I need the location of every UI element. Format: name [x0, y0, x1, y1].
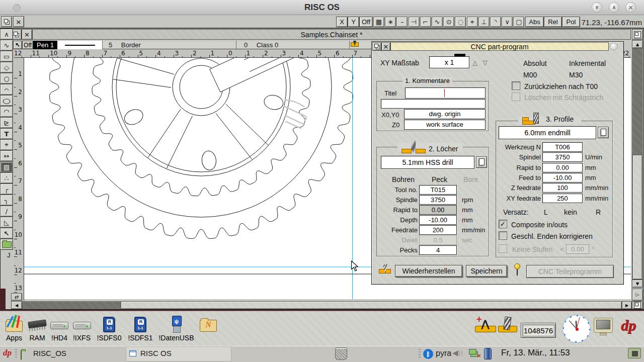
draw-close-button[interactable]: ×	[22, 29, 32, 40]
taskbar-clock[interactable]: Fr, 13. Mär., 11:53	[501, 348, 570, 358]
volume-icon[interactable]: ◀))	[452, 348, 463, 357]
drill-tool-menu-button[interactable]	[476, 156, 487, 168]
class-field[interactable]: 0 Class 0	[236, 41, 350, 49]
scroll-left-button[interactable]: ◀	[11, 301, 22, 309]
checkbox-t00[interactable]	[512, 81, 520, 90]
taskbar-dp-icon[interactable]: dp	[3, 348, 12, 358]
line-endpoint-icon[interactable]: ⊣	[409, 17, 420, 27]
netsurf-folder-icon[interactable]: N	[197, 314, 219, 344]
restore-button[interactable]: ∧	[609, 2, 619, 13]
abs-mode-button[interactable]: Abs	[525, 17, 544, 27]
corner-tool-2[interactable]: ╮	[0, 195, 13, 206]
save-button[interactable]: Speichern	[466, 265, 507, 277]
task-item-filer[interactable]: RISC_OS	[18, 346, 124, 361]
endmill-tool-input[interactable]: 6.0mm endmill	[499, 126, 596, 139]
pol-mode-button[interactable]: Pol	[562, 17, 580, 27]
z0-input[interactable]: work surface	[404, 120, 486, 130]
harddisc-ixfs-icon[interactable]: !IXFS	[70, 314, 93, 344]
draw-titlebar[interactable]: Samples.Chainset *	[32, 29, 631, 40]
tool-no-input[interactable]: T015	[419, 185, 457, 195]
adjust-button[interactable]: ⇄	[11, 293, 22, 301]
line-corner-icon[interactable]: ⌐	[420, 17, 431, 27]
usb-datenusb-icon[interactable]: ψ!DatenUSB	[156, 314, 197, 344]
pointer-tool[interactable]: ↖	[0, 228, 13, 239]
h-scrollbar-thumb[interactable]	[121, 301, 622, 309]
drill-tool-input[interactable]: 5.1mm HSS drill	[381, 156, 474, 169]
rapid-to-input[interactable]: 0.00	[542, 163, 583, 172]
pen-indicator[interactable]: Pen 1	[33, 41, 57, 49]
send-to-back-button[interactable]	[1, 16, 12, 27]
rel-mode-button[interactable]: Rel	[544, 17, 562, 27]
apps-icon[interactable]: Apps	[3, 314, 25, 344]
dimension-tool[interactable]: ↔	[0, 150, 13, 161]
arc-icon[interactable]: ◝	[490, 17, 501, 27]
snap-icon[interactable]: ∗	[385, 17, 396, 27]
ram-disc-icon[interactable]: RAM	[26, 314, 48, 344]
polygon-tool[interactable]: ◇	[0, 62, 13, 73]
line-style-sample[interactable]	[57, 41, 103, 49]
diagonal-tool[interactable]: ∕	[0, 206, 13, 217]
cnc-close-button[interactable]: ×	[381, 42, 390, 51]
dp-logo-icon[interactable]: dp	[621, 317, 636, 334]
v-adjust-button[interactable]: ▷	[632, 289, 643, 301]
scale-up-button[interactable]: ▵	[472, 56, 477, 68]
arc-tool[interactable]: ⌒	[0, 84, 13, 95]
origin-input[interactable]: dwg. origin	[404, 109, 486, 119]
sdcard-sdfs1-icon[interactable]: R1-1!SDFS1	[127, 314, 154, 344]
spindel-input[interactable]: 3750	[542, 152, 583, 162]
sdcard-sdfs0-icon[interactable]: R1-1!SDFS0	[96, 314, 123, 344]
rectangle-tool[interactable]: ▭	[0, 51, 13, 62]
comment-input[interactable]	[381, 99, 486, 109]
titel-input[interactable]	[405, 87, 486, 99]
taskbar-folder-icon[interactable]	[628, 348, 641, 358]
closed-curve-tool[interactable]: ◠	[0, 106, 13, 117]
trash-icon[interactable]	[335, 347, 347, 360]
task-item-riscos[interactable]: RISC OS	[126, 346, 231, 361]
cnc-iconise-button[interactable]	[610, 43, 618, 50]
corner-tool-1[interactable]: ╭	[0, 184, 13, 195]
spray-tool[interactable]: ∴	[0, 172, 13, 184]
pen-off-button[interactable]: Off	[22, 41, 33, 49]
curve-icon[interactable]: ∿	[432, 17, 443, 27]
checkbox-composite[interactable]: ✓	[499, 220, 507, 228]
perpendicular-icon[interactable]: ⊥	[478, 17, 490, 27]
minimize-button[interactable]: ∨	[592, 2, 602, 13]
text-tool[interactable]: T	[0, 128, 13, 139]
line-icon[interactable]: –	[396, 17, 408, 27]
bluetooth-icon[interactable]: ᛒ	[423, 349, 433, 359]
resize-corner[interactable]	[632, 301, 643, 309]
scroll-down-button[interactable]: ▼	[632, 280, 643, 288]
scale-down-button[interactable]: ▿	[482, 56, 488, 68]
scroll-up-button[interactable]: ▲	[632, 40, 643, 48]
off-toggle-button[interactable]: Off	[359, 17, 373, 27]
z-feedrate-input[interactable]: 100	[542, 183, 583, 193]
x-toggle-button[interactable]: X	[336, 17, 348, 27]
hatch-tool[interactable]: ▨	[0, 161, 13, 172]
werkzeug-n-input[interactable]: T006	[542, 142, 583, 152]
selection-box-icon[interactable]: ▢	[513, 17, 524, 27]
arrow-line-tool[interactable]: ⊵	[0, 117, 13, 128]
scale-input[interactable]: x 1	[429, 56, 469, 68]
pointer-mode-button[interactable]: ↖	[13, 41, 22, 49]
pin-icon[interactable]	[514, 263, 520, 269]
folder-tool[interactable]	[0, 239, 13, 250]
ellipse-tool[interactable]: ○	[0, 95, 13, 106]
harddisc-hd4-icon[interactable]: !HD4	[48, 314, 70, 344]
spindle-input[interactable]: 3750	[419, 195, 457, 205]
curve-tool[interactable]: ∿	[0, 40, 13, 51]
battery-icon[interactable]	[484, 348, 492, 359]
restore-button[interactable]: Wiederherstellen	[395, 265, 462, 277]
close-button[interactable]: ×	[625, 2, 636, 13]
polyline-tool[interactable]: ∧	[0, 29, 13, 40]
border-layer-field[interactable]: 5 Border	[103, 41, 236, 49]
cnc-titlebar[interactable]: CNC part-program	[390, 42, 609, 51]
toggle-size-button[interactable]	[632, 29, 643, 40]
v-scrollbar-thumb[interactable]	[632, 155, 642, 280]
network-icon[interactable]	[469, 349, 476, 354]
point-snap-icon[interactable]: ⌖	[467, 17, 478, 27]
feedrate-input[interactable]: 200	[419, 225, 457, 235]
grid-icon[interactable]: ▦	[373, 17, 384, 27]
xy-feedrate-input[interactable]: 250	[542, 194, 583, 203]
toolbar-close-button[interactable]: ×	[13, 16, 24, 27]
circle-tool[interactable]: ○	[0, 73, 13, 84]
